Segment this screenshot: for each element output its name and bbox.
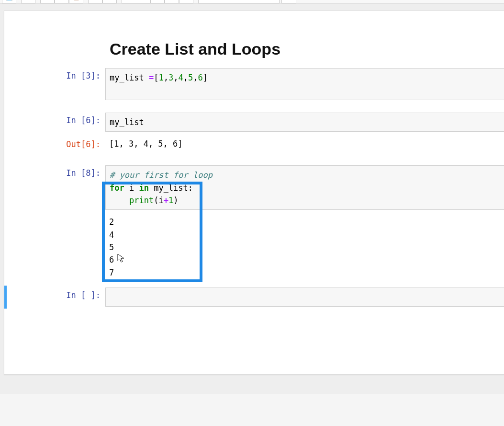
output-text: [1, 3, 4, 5, 6] [105,137,504,151]
code-input[interactable]: my_list =[1,3,4,5,6] [105,68,504,100]
code-cell[interactable]: In [6]: my_list [4,111,504,134]
input-prompt: In [3]: [53,68,105,100]
move-up-button[interactable]: ↑ [88,0,102,3]
code-input[interactable]: # your first for loop for i in my_list: … [105,165,504,210]
scissors-icon: ✂ [45,0,50,0]
notebook: Create List and Loops In [3]: my_list =[… [4,11,504,375]
input-prompt: In [8]: [53,165,105,210]
input-area[interactable] [105,288,504,307]
command-palette-button[interactable]: ⌨ [281,0,296,3]
code-cell[interactable]: In [8]: # your first for loop for i in m… [4,163,504,212]
input-area[interactable]: my_list =[1,3,4,5,6] [105,68,504,100]
save-button[interactable]: 💾 [2,0,16,3]
markdown-heading: Create List and Loops [110,40,504,58]
run-label: Run [133,0,143,0]
restart-run-all-button[interactable]: ▸▸ [179,0,193,3]
run-button[interactable]: ▶ Run [122,0,150,3]
input-area[interactable]: # your first for loop for i in my_list: … [105,165,504,210]
notebook-container: Create List and Loops In [3]: my_list =[… [0,4,504,394]
restart-icon: ⟳ [169,0,174,0]
stop-button[interactable]: ■ [150,0,165,3]
restart-button[interactable]: ⟳ [165,0,179,3]
code-cell[interactable]: In [3]: my_list =[1,3,4,5,6] [4,66,504,102]
fast-forward-icon: ▸▸ [183,0,189,0]
clipboard-icon: 📋 [73,0,80,0]
code-input[interactable]: my_list [105,113,504,132]
cut-button[interactable]: ✂ [40,0,55,3]
input-prompt: In [6]: [53,113,105,132]
code-input[interactable] [105,288,504,307]
save-icon: 💾 [6,0,13,0]
plus-icon: ＋ [25,0,31,1]
arrow-up-icon: ↑ [94,0,97,0]
input-prompt: In [ ]: [53,288,105,307]
input-area[interactable]: my_list [105,113,504,132]
output-prompt: Out[6]: [53,137,105,151]
celltype-select[interactable]: Code [198,0,280,3]
output-prompt-empty [53,215,105,280]
stdout-text: 2 4 5 6 7 [105,215,504,280]
celltype-value: Code [202,0,217,1]
paste-button[interactable]: 📋 [69,0,83,3]
output-row: Out[6]: [1, 3, 4, 5, 6] [4,135,504,153]
move-down-button[interactable]: ↓ [102,0,117,3]
output-row: 2 4 5 6 7 [4,213,504,282]
code-cell-selected[interactable]: In [ ]: [4,286,504,309]
keyboard-icon: ⌨ [285,0,293,0]
stop-icon: ■ [156,0,159,0]
arrow-down-icon: ↓ [108,0,111,0]
copy-button[interactable]: ⧉ [55,0,69,3]
add-cell-button[interactable]: ＋ [21,0,35,3]
toolbar: 💾 ＋ ✂ ⧉ 📋 ↑ ↓ ▶ Run ■ ⟳ ▸▸ Code ⌨ [0,0,504,4]
copy-icon: ⧉ [60,0,64,0]
